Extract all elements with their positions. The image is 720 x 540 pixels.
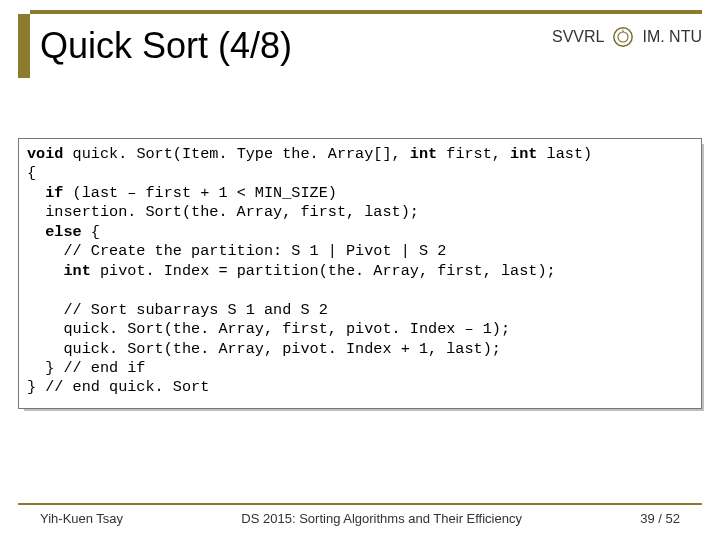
code-text: { <box>82 223 100 241</box>
code-text: first, <box>437 145 510 163</box>
code-text: quick. Sort(Item. Type the. Array[], <box>63 145 409 163</box>
kw-if: if <box>27 184 63 202</box>
kw-else: else <box>27 223 82 241</box>
kw-int: int <box>510 145 537 163</box>
org-left: SVVRL <box>552 28 604 46</box>
slide: Quick Sort (4/8) SVVRL IM. NTU void quic… <box>0 0 720 540</box>
code-comment: // Create the partition: S 1 | Pivot | S… <box>27 242 446 260</box>
code-text: pivot. Index = partition(the. Array, fir… <box>91 262 556 280</box>
code-text: last) <box>537 145 592 163</box>
code-block: void quick. Sort(Item. Type the. Array[]… <box>18 138 702 409</box>
code-text: insertion. Sort(the. Array, first, last)… <box>27 203 419 221</box>
code-comment: // Sort subarrays S 1 and S 2 <box>27 301 328 319</box>
code-text: { <box>27 164 36 182</box>
org-right: IM. NTU <box>642 28 702 46</box>
code-text: } // end if <box>27 359 145 377</box>
svg-point-1 <box>618 32 628 42</box>
slide-title: Quick Sort (4/8) <box>40 25 552 67</box>
footer: Yih-Kuen Tsay DS 2015: Sorting Algorithm… <box>18 503 702 526</box>
affiliation: SVVRL IM. NTU <box>552 26 702 48</box>
footer-page: 39 / 52 <box>640 511 680 526</box>
footer-author: Yih-Kuen Tsay <box>40 511 123 526</box>
footer-course: DS 2015: Sorting Algorithms and Their Ef… <box>123 511 640 526</box>
top-rule <box>30 10 702 14</box>
code-text: } // end quick. Sort <box>27 378 209 396</box>
kw-int: int <box>410 145 437 163</box>
kw-int: int <box>27 262 91 280</box>
title-accent-bar <box>18 14 30 78</box>
ntu-logo-icon <box>612 26 634 48</box>
code-content: void quick. Sort(Item. Type the. Array[]… <box>18 138 702 409</box>
code-text: quick. Sort(the. Array, first, pivot. In… <box>27 320 510 338</box>
code-text: quick. Sort(the. Array, pivot. Index + 1… <box>27 340 501 358</box>
code-text: (last – first + 1 < MIN_SIZE) <box>63 184 336 202</box>
kw-void: void <box>27 145 63 163</box>
